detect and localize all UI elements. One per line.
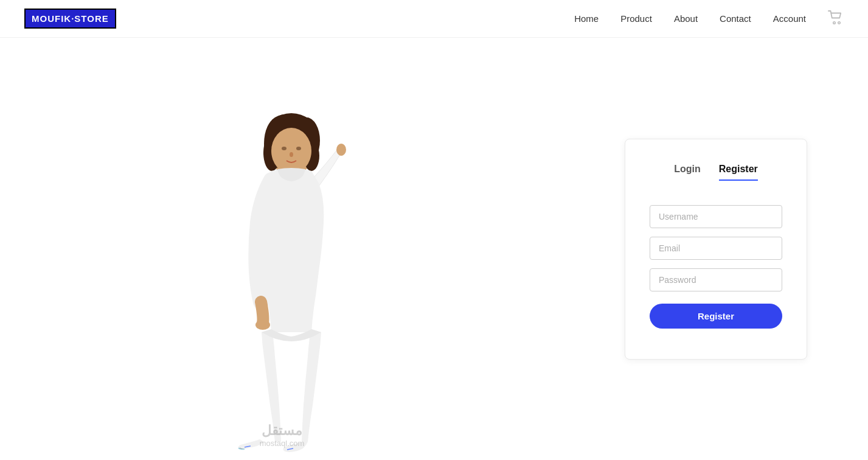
nav-item-account[interactable]: Account (773, 13, 806, 24)
main-content: مستقل mostaql.com Login Register Registe… (0, 38, 868, 460)
model-figure (179, 101, 386, 460)
nav-link-about[interactable]: About (674, 13, 698, 24)
nav-item-home[interactable]: Home (574, 13, 599, 24)
form-area: Login Register Register (564, 38, 868, 460)
svg-point-12 (296, 147, 301, 150)
tab-register[interactable]: Register (719, 164, 758, 181)
tab-login[interactable]: Login (674, 164, 701, 181)
username-input[interactable] (650, 205, 782, 228)
email-input[interactable] (650, 237, 782, 260)
brand-logo[interactable]: MOUFIK·STORE (24, 9, 116, 29)
register-form: Register (650, 205, 782, 329)
nav-link-home[interactable]: Home (574, 13, 599, 24)
nav-link-account[interactable]: Account (773, 13, 806, 24)
nav-item-product[interactable]: Product (620, 13, 652, 24)
svg-point-13 (290, 152, 293, 157)
register-button[interactable]: Register (650, 304, 782, 329)
navbar: MOUFIK·STORE Home Product About Contact … (0, 0, 868, 38)
svg-point-1 (838, 21, 841, 24)
logo-wrapper: MOUFIK·STORE (24, 9, 116, 29)
nav-link-product[interactable]: Product (620, 13, 652, 24)
auth-card: Login Register Register (625, 139, 807, 360)
svg-point-15 (255, 320, 270, 330)
auth-tabs: Login Register (650, 164, 782, 181)
cart-icon[interactable] (828, 13, 844, 28)
nav-link-contact[interactable]: Contact (720, 13, 751, 24)
watermark-arabic: مستقل (260, 423, 305, 439)
watermark: مستقل mostaql.com (260, 423, 305, 448)
cart-icon-wrapper[interactable] (828, 10, 844, 27)
svg-point-0 (833, 21, 836, 24)
svg-point-11 (282, 147, 286, 150)
svg-point-14 (336, 144, 346, 156)
nav-item-about[interactable]: About (674, 13, 698, 24)
password-input[interactable] (650, 268, 782, 291)
model-area: مستقل mostaql.com (0, 38, 564, 460)
watermark-latin: mostaql.com (260, 439, 305, 448)
nav-links: Home Product About Contact Account (574, 10, 844, 27)
nav-item-contact[interactable]: Contact (720, 13, 751, 24)
svg-point-10 (271, 128, 311, 174)
